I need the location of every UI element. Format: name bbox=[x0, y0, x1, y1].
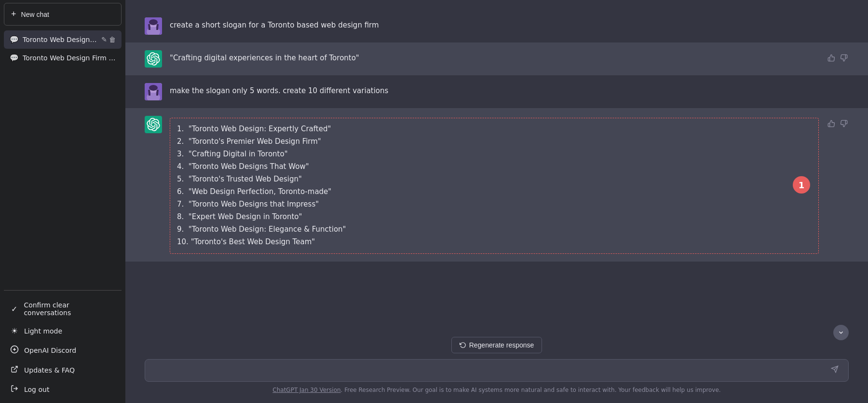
message-row: 1. "Toronto Web Design: Expertly Crafted… bbox=[125, 108, 868, 262]
user-avatar bbox=[145, 17, 162, 35]
chat-icon: 💬 bbox=[10, 35, 19, 44]
send-button[interactable] bbox=[828, 364, 841, 376]
regenerate-label: Regenerate response bbox=[469, 341, 534, 349]
slogan-list-box: 1. "Toronto Web Design: Expertly Crafted… bbox=[170, 118, 819, 254]
sidebar-bottom: ✓ Confirm clear conversations ☀ Light mo… bbox=[0, 292, 125, 403]
sidebar: + New chat 💬 Toronto Web Design Sl ✎ 🗑 💬… bbox=[0, 0, 125, 403]
chat-history: 💬 Toronto Web Design Sl ✎ 🗑 💬 Toronto We… bbox=[0, 28, 125, 288]
chat-item-label: Toronto Web Design Firm CTA bbox=[23, 54, 116, 62]
list-item: 4. "Toronto Web Designs That Wow" bbox=[177, 161, 812, 172]
footer-text: ChatGPT Jan 30 Version. Free Research Pr… bbox=[145, 387, 849, 393]
sidebar-item-chat2[interactable]: 💬 Toronto Web Design Firm CTA bbox=[4, 49, 122, 67]
chat-item-label: Toronto Web Design Sl bbox=[23, 36, 97, 43]
discord-label: OpenAI Discord bbox=[24, 347, 76, 354]
list-item: 10. "Toronto's Best Web Design Team" bbox=[177, 236, 812, 248]
sidebar-item-discord[interactable]: OpenAI Discord bbox=[4, 340, 122, 361]
list-item: 7. "Toronto Web Designs that Impress" bbox=[177, 198, 812, 210]
light-mode-label: Light mode bbox=[24, 327, 62, 335]
sidebar-item-confirm-clear[interactable]: ✓ Confirm clear conversations bbox=[4, 296, 122, 321]
user-avatar bbox=[145, 83, 162, 100]
thumbs-down-button[interactable] bbox=[839, 53, 849, 65]
badge-1: 1 bbox=[793, 176, 810, 194]
new-chat-button[interactable]: + New chat bbox=[4, 3, 122, 26]
sidebar-divider bbox=[4, 290, 122, 291]
sidebar-item-chat1[interactable]: 💬 Toronto Web Design Sl ✎ 🗑 bbox=[4, 30, 122, 49]
new-chat-label: New chat bbox=[21, 11, 49, 18]
chat-messages: create a short slogan for a Toronto base… bbox=[125, 0, 868, 332]
svg-point-10 bbox=[149, 85, 158, 91]
sidebar-item-light-mode[interactable]: ☀ Light mode bbox=[4, 321, 122, 340]
list-item: 9. "Toronto Web Design: Elegance & Funct… bbox=[177, 223, 812, 235]
thumbs-down-button[interactable] bbox=[839, 119, 849, 130]
checkmark-icon: ✓ bbox=[10, 305, 19, 314]
main-chat-area: create a short slogan for a Toronto base… bbox=[125, 0, 868, 403]
gpt-avatar bbox=[145, 116, 162, 133]
svg-point-6 bbox=[149, 19, 158, 25]
sidebar-item-updates-faq[interactable]: Updates & FAQ bbox=[4, 361, 122, 380]
message-text: "Crafting digital experiences in the hea… bbox=[170, 50, 819, 64]
message-row: make the slogan only 5 words. create 10 … bbox=[125, 75, 868, 108]
footer-description: . Free Research Preview. Our goal is to … bbox=[341, 387, 721, 393]
external-link-icon bbox=[10, 365, 19, 375]
chat-item-actions: ✎ 🗑 bbox=[101, 36, 116, 43]
list-item: 3. "Crafting Digital in Toronto" bbox=[177, 148, 812, 160]
footer-link[interactable]: ChatGPT Jan 30 Version bbox=[272, 387, 340, 393]
list-item: 8. "Expert Web Design in Toronto" bbox=[177, 211, 812, 222]
thumbs-up-button[interactable] bbox=[827, 119, 836, 130]
thumbs-up-button[interactable] bbox=[827, 53, 836, 65]
chat-icon: 💬 bbox=[10, 54, 19, 62]
chat-input[interactable] bbox=[152, 365, 828, 376]
message-row: create a short slogan for a Toronto base… bbox=[125, 10, 868, 42]
message-text: create a short slogan for a Toronto base… bbox=[170, 17, 849, 31]
logout-label: Log out bbox=[24, 386, 49, 393]
input-area bbox=[145, 359, 849, 382]
discord-icon bbox=[10, 345, 19, 356]
plus-icon: + bbox=[11, 9, 16, 19]
confirm-clear-label: Confirm clear conversations bbox=[24, 301, 116, 317]
chat-bottom: Regenerate response ChatGPT Jan 30 Versi… bbox=[125, 332, 868, 403]
trash-icon[interactable]: 🗑 bbox=[109, 36, 116, 43]
logout-icon bbox=[10, 385, 19, 394]
message-text: make the slogan only 5 words. create 10 … bbox=[170, 83, 849, 97]
message-actions bbox=[827, 116, 849, 130]
list-item: 1. "Toronto Web Design: Expertly Crafted… bbox=[177, 123, 812, 135]
gpt-avatar bbox=[145, 50, 162, 68]
sidebar-item-logout[interactable]: Log out bbox=[4, 380, 122, 399]
svg-line-1 bbox=[14, 366, 17, 370]
list-item: 5. "Toronto's Trusted Web Design" bbox=[177, 173, 812, 185]
regenerate-button[interactable]: Regenerate response bbox=[451, 337, 542, 353]
message-text: 1. "Toronto Web Design: Expertly Crafted… bbox=[170, 116, 819, 254]
sun-icon: ☀ bbox=[10, 326, 19, 335]
message-row: "Crafting digital experiences in the hea… bbox=[125, 42, 868, 75]
edit-icon[interactable]: ✎ bbox=[101, 36, 107, 43]
scroll-to-bottom-button[interactable] bbox=[833, 325, 849, 340]
slogan-list: 1. "Toronto Web Design: Expertly Crafted… bbox=[177, 123, 812, 248]
updates-faq-label: Updates & FAQ bbox=[24, 366, 75, 374]
message-actions bbox=[827, 50, 849, 65]
list-item: 2. "Toronto's Premier Web Design Firm" bbox=[177, 136, 812, 147]
list-item: 6. "Web Design Perfection, Toronto-made" bbox=[177, 186, 812, 197]
